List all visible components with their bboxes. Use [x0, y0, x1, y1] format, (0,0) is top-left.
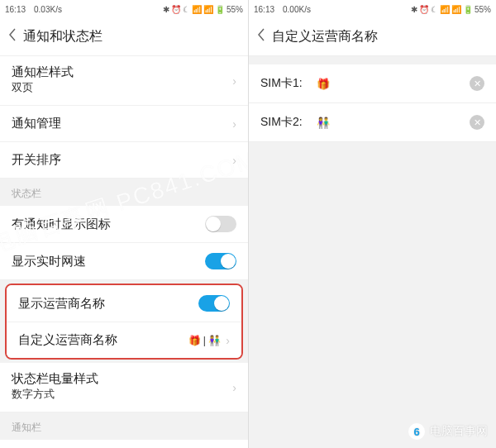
- screen-right: 16:13 0.00K/s ✱ ⏰ ☾ 📶 📶 🔋 55% 自定义运营商名称: [248, 0, 496, 448]
- chevron-right-icon: ›: [232, 74, 236, 88]
- sim2-row[interactable]: SIM卡2: 👫 ✕: [249, 103, 496, 142]
- row-notification-style[interactable]: 通知栏样式 双页 ›: [0, 56, 248, 106]
- row-label: 开关排序: [12, 152, 232, 168]
- carrier-value: 🎁 | 👫: [188, 335, 222, 346]
- row-label: 通知管理: [12, 116, 232, 131]
- row-sub: 数字方式: [12, 387, 236, 402]
- status-netspeed: 0.00K/s: [283, 5, 311, 14]
- back-button[interactable]: [257, 28, 272, 45]
- content-left: 通知栏样式 双页 › 通知管理 › 开关排序 › 状态栏 有通知时显示图标 显示…: [0, 56, 248, 448]
- navbar: 通知和状态栏: [0, 18, 248, 56]
- battery-icon: 🔋: [215, 5, 225, 14]
- row-label: 通知栏样式: [12, 64, 236, 80]
- row-battery-style[interactable]: 状态栏电量样式 数字方式 ›: [0, 363, 248, 412]
- row-label: 状态栏电量样式: [12, 371, 236, 387]
- sim1-value[interactable]: 🎁: [317, 78, 463, 90]
- highlight-box: 显示运营商名称 自定义运营商名称 🎁 | 👫 ›: [5, 284, 243, 360]
- row-label: 有通知时显示图标: [12, 217, 205, 232]
- dnd-icon: ☾: [183, 5, 190, 14]
- sim2-value[interactable]: 👫: [317, 117, 463, 129]
- row-show-speed[interactable]: 显示实时网速: [0, 243, 248, 280]
- chevron-right-icon: ›: [232, 381, 236, 394]
- alarm-icon: ⏰: [171, 5, 181, 14]
- battery-icon: 🔋: [463, 5, 473, 14]
- signal-icon: 📶: [451, 5, 461, 14]
- alarm-icon: ⏰: [419, 5, 429, 14]
- screen-left: 16:13 0.03K/s ✱ ⏰ ☾ 📶 📶 🔋 55% 通知和状态栏 通知栏…: [0, 0, 248, 448]
- chevron-right-icon: ›: [232, 154, 236, 167]
- battery-percent: 55%: [227, 5, 243, 14]
- bluetooth-icon: ✱: [411, 5, 417, 14]
- section-notification: 通知栏: [0, 412, 248, 440]
- clear-sim2-button[interactable]: ✕: [470, 115, 484, 130]
- chevron-left-icon: [8, 28, 17, 41]
- battery-percent: 55%: [475, 5, 491, 14]
- row-label: 自定义运营商名称: [18, 332, 188, 348]
- row-toggle-order[interactable]: 开关排序 ›: [0, 142, 248, 179]
- brand-badge: 6 电脑百事网: [408, 423, 488, 440]
- status-time: 16:13: [5, 5, 26, 14]
- sim1-row[interactable]: SIM卡1: 🎁 ✕: [249, 64, 496, 103]
- statusbar: 16:13 0.00K/s ✱ ⏰ ☾ 📶 📶 🔋 55%: [249, 0, 496, 18]
- page-title: 通知和状态栏: [23, 28, 103, 45]
- row-auto-collapse[interactable]: 单击开关后自动收起: [0, 440, 248, 448]
- chevron-right-icon: ›: [226, 334, 230, 347]
- toggle-show-carrier[interactable]: [198, 295, 230, 312]
- row-label: 显示实时网速: [12, 254, 205, 269]
- row-sub: 双页: [12, 80, 236, 95]
- chevron-right-icon: ›: [232, 117, 236, 131]
- navbar: 自定义运营商名称: [249, 18, 496, 56]
- row-label: 显示运营商名称: [18, 296, 198, 312]
- toggle-show-speed[interactable]: [205, 253, 236, 269]
- dnd-icon: ☾: [431, 5, 438, 14]
- wifi-icon: 📶: [440, 5, 450, 14]
- status-netspeed: 0.03K/s: [34, 5, 62, 14]
- row-notification-manage[interactable]: 通知管理 ›: [0, 106, 248, 142]
- toggle-show-icon[interactable]: [205, 216, 236, 232]
- row-show-carrier[interactable]: 显示运营商名称: [7, 285, 241, 322]
- content-right: SIM卡1: 🎁 ✕ SIM卡2: 👫 ✕: [249, 56, 496, 448]
- brand-icon: 6: [408, 423, 425, 440]
- wifi-icon: 📶: [192, 5, 202, 14]
- sim1-label: SIM卡1:: [260, 76, 310, 91]
- section-statusbar: 状态栏: [0, 179, 248, 206]
- statusbar: 16:13 0.03K/s ✱ ⏰ ☾ 📶 📶 🔋 55%: [0, 0, 248, 18]
- brand-text: 电脑百事网: [430, 424, 488, 439]
- row-show-icon[interactable]: 有通知时显示图标: [0, 206, 248, 243]
- page-title: 自定义运营商名称: [272, 28, 378, 45]
- status-time: 16:13: [254, 5, 274, 14]
- row-custom-carrier[interactable]: 自定义运营商名称 🎁 | 👫 ›: [7, 322, 241, 358]
- signal-icon: 📶: [203, 5, 213, 14]
- back-button[interactable]: [8, 28, 23, 45]
- bluetooth-icon: ✱: [163, 5, 169, 14]
- sim2-label: SIM卡2:: [260, 115, 310, 130]
- chevron-left-icon: [257, 28, 265, 41]
- clear-sim1-button[interactable]: ✕: [470, 76, 484, 91]
